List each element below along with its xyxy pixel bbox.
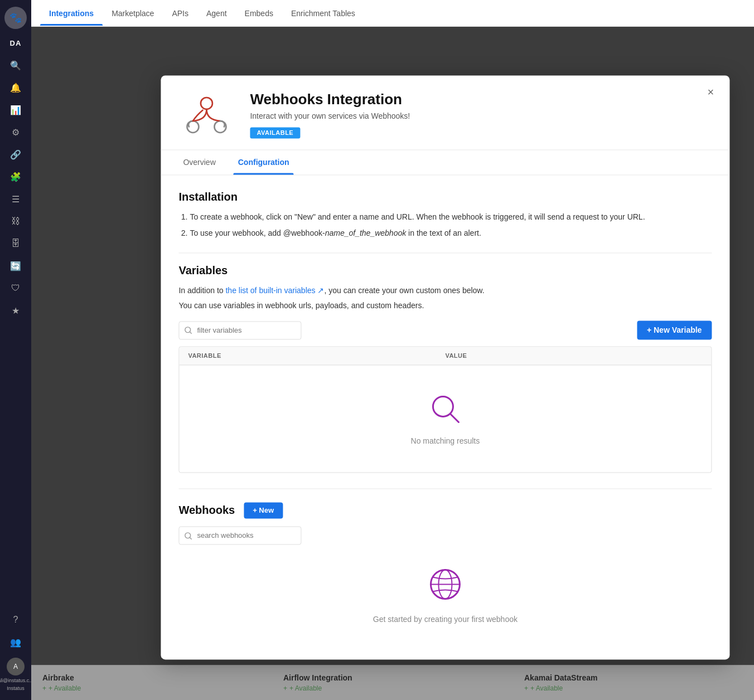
tab-enrichment-tables[interactable]: Enrichment Tables — [282, 1, 364, 26]
tab-overview[interactable]: Overview — [178, 150, 220, 174]
modal-subtitle: Interact with your own services via Webh… — [250, 111, 712, 120]
svg-line-6 — [190, 332, 192, 334]
svg-text:🐾: 🐾 — [9, 12, 22, 24]
shield-icon[interactable]: 🛡 — [8, 280, 23, 296]
installation-list: To create a webhook, click on "New" and … — [178, 211, 712, 239]
user-email: ali@instatus.c... — [0, 678, 33, 683]
webhooks-section: Webhooks + New — [178, 488, 712, 644]
puzzle-icon[interactable]: 🧩 — [8, 169, 23, 184]
app-logo: 🐾 — [3, 6, 28, 30]
menu-icon[interactable]: ☰ — [8, 191, 23, 207]
variables-table: VARIABLE VALUE No matching results — [178, 346, 712, 473]
search-icon[interactable]: 🔍 — [8, 57, 23, 73]
variables-title: Variables — [178, 264, 712, 277]
chain-icon[interactable]: ⛓ — [8, 213, 23, 229]
tab-configuration[interactable]: Configuration — [234, 150, 294, 174]
svg-line-10 — [190, 537, 192, 539]
bell-icon[interactable]: 🔔 — [8, 80, 23, 95]
installation-title: Installation — [178, 191, 712, 203]
available-badge: AVAILABLE — [250, 127, 300, 138]
modal-header: Webhooks Integration Interact with your … — [161, 75, 729, 150]
tab-agent[interactable]: Agent — [197, 1, 236, 26]
column-variable: VARIABLE — [188, 352, 445, 359]
sidebar-workspace-label: DA — [10, 39, 22, 47]
search-webhooks-input[interactable] — [178, 526, 301, 545]
installation-step-2: To use your webhook, add @webhook-name_o… — [190, 227, 712, 239]
webhooks-header: Webhooks + New — [178, 502, 712, 518]
webhook-logo — [178, 93, 234, 137]
new-webhook-button[interactable]: + New — [244, 502, 283, 518]
tab-marketplace[interactable]: Marketplace — [103, 1, 163, 26]
section-divider — [178, 252, 712, 253]
tab-embeds[interactable]: Embeds — [236, 1, 282, 26]
users-icon[interactable]: 👥 — [8, 634, 23, 650]
modal-title-group: Webhooks Integration Interact with your … — [250, 91, 712, 138]
column-value: VALUE — [445, 352, 702, 359]
top-navigation: Integrations Marketplace APIs Agent Embe… — [31, 0, 754, 27]
svg-line-8 — [450, 414, 458, 422]
tab-apis[interactable]: APIs — [163, 1, 197, 26]
svg-point-9 — [185, 532, 191, 538]
modal-title: Webhooks Integration — [250, 91, 712, 108]
sidebar-bottom: ? 👥 A ali@instatus.c... Instatus — [0, 609, 33, 700]
link-icon[interactable]: 🔗 — [8, 147, 23, 162]
search-icon — [184, 532, 192, 539]
variables-desc-1: In addition to the list of built-in vari… — [178, 285, 712, 296]
filter-variables-input[interactable] — [178, 321, 301, 339]
empty-search-icon — [428, 392, 462, 427]
close-button[interactable]: × — [703, 84, 718, 100]
star-icon[interactable]: ★ — [8, 303, 23, 318]
new-variable-button[interactable]: + New Variable — [637, 320, 712, 339]
search-icon — [184, 326, 192, 334]
installation-step-1: To create a webhook, click on "New" and … — [190, 211, 712, 223]
empty-state-text: No matching results — [411, 436, 480, 445]
table-empty-state: No matching results — [179, 365, 711, 472]
variables-section: Variables In addition to the list of bui… — [178, 264, 712, 473]
webhooks-integration-modal: × Webhooks Integration Interact with you… — [161, 75, 729, 659]
webhooks-title: Webhooks — [178, 504, 235, 517]
sync-icon[interactable]: 🔄 — [8, 258, 23, 274]
user-name: Instatus — [7, 686, 25, 691]
modal-body: Installation To create a webhook, click … — [161, 175, 729, 659]
settings-icon[interactable]: ⚙ — [8, 124, 23, 140]
webhooks-empty-text: Get started by creating your first webho… — [373, 615, 518, 624]
variables-controls: + New Variable — [178, 320, 712, 339]
modal-tabs: Overview Configuration — [161, 150, 729, 175]
filter-input-wrap — [178, 321, 301, 339]
builtin-variables-link[interactable]: the list of built-in variables ↗ — [225, 286, 324, 295]
tab-integrations[interactable]: Integrations — [40, 1, 103, 26]
avatar[interactable]: A — [7, 658, 25, 675]
question-icon[interactable]: ? — [8, 612, 23, 628]
globe-icon — [426, 565, 465, 606]
table-header: VARIABLE VALUE — [179, 347, 711, 365]
search-input-wrap — [178, 526, 301, 545]
webhooks-empty-state: Get started by creating your first webho… — [178, 545, 712, 644]
svg-point-4 — [201, 97, 212, 109]
chart-icon[interactable]: 📊 — [8, 102, 23, 118]
variables-desc-2: You can use variables in webhook urls, p… — [178, 300, 712, 312]
svg-point-5 — [185, 327, 191, 333]
sidebar: 🐾 DA 🔍 🔔 📊 ⚙ 🔗 🧩 ☰ ⛓ 🗄 🔄 🛡 ★ ? 👥 A ali@i… — [0, 0, 31, 700]
database-icon[interactable]: 🗄 — [8, 236, 23, 251]
installation-section: Installation To create a webhook, click … — [178, 191, 712, 239]
